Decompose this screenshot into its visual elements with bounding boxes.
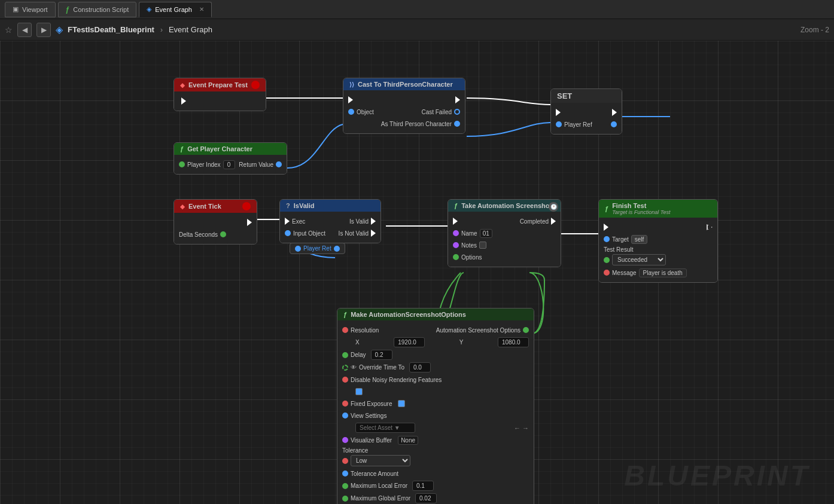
node-make-options[interactable]: ƒ Make AutomationScreenshotOptions Resol…: [337, 308, 534, 504]
tick-exec-row: [174, 216, 257, 228]
x-label: X: [355, 339, 360, 346]
fixed-exposure-row: Fixed Exposure: [337, 398, 534, 410]
player-index-row: Player Index 0 Return Value: [174, 158, 287, 170]
tab-viewport[interactable]: ▣ Viewport: [5, 2, 56, 17]
is-not-valid-pin: [371, 230, 376, 237]
event-tick-badge: [242, 202, 251, 210]
screenshot-exec-row: Completed: [448, 215, 561, 227]
finish-target-label: Target: [612, 236, 629, 243]
exec-out-pin-row: [174, 95, 266, 107]
max-local-error-input[interactable]: [412, 481, 434, 491]
node-cast-third-person[interactable]: ⟩⟩ Cast To ThirdPersonCharacter Object C…: [343, 78, 465, 134]
set-playerref-out: [611, 121, 617, 127]
exec-label: Exec: [292, 218, 305, 225]
set-exec-out: [612, 109, 617, 116]
event-tick-header: ◆ Event Tick: [174, 200, 257, 213]
fixed-exposure-pin: [342, 401, 348, 407]
tolerance-pin: [342, 458, 348, 464]
view-settings-row: View Settings: [337, 410, 534, 421]
finish-target-row: Target self: [599, 233, 717, 245]
back-button[interactable]: ◀: [17, 23, 32, 37]
test-result-select[interactable]: Succeeded Failed: [612, 254, 666, 265]
tolerance-select[interactable]: Low Medium High: [351, 455, 410, 466]
finish-target-pin: [604, 236, 610, 242]
node-get-player-character[interactable]: ƒ Get Player Character Player Index 0 Re…: [174, 142, 287, 175]
cast-failed-pin: [454, 109, 460, 115]
resolution-values-row: X Y: [337, 336, 534, 349]
event-prepare-test-title: Event Prepare Test: [188, 81, 248, 88]
disable-noisy-checkbox[interactable]: [355, 388, 363, 395]
cast-failed-label: Cast Failed: [421, 109, 452, 115]
screenshot-func-icon: ƒ: [454, 202, 458, 209]
automation-options-label: Automation Screenshot Options: [436, 327, 521, 334]
question-icon: ?: [286, 202, 290, 209]
exec-out-arrow: [181, 97, 186, 105]
node-event-tick[interactable]: ◆ Event Tick Delta Seconds: [174, 199, 257, 245]
delta-seconds-row: Delta Seconds: [174, 228, 257, 240]
delay-input[interactable]: [371, 350, 392, 360]
screenshot-exec-in: [453, 218, 458, 225]
override-time-row: 👁 Override Time To: [337, 361, 534, 374]
cast-exec-out: [455, 96, 460, 103]
player-ref-left-pin: [295, 246, 301, 252]
tick-exec-out: [247, 219, 252, 226]
cast-exec-in: [348, 96, 353, 103]
fixed-exposure-checkbox[interactable]: [398, 400, 405, 407]
visualize-buffer-pin: [342, 437, 348, 443]
zoom-level: Zoom - 2: [800, 26, 829, 34]
event-tick-body: Delta Seconds: [174, 213, 257, 244]
completed-label: Completed: [520, 218, 549, 225]
isvalid-title: IsValid: [294, 202, 315, 209]
star-button[interactable]: ☆: [5, 25, 13, 35]
isvalid-body: Exec Is Valid Input Object Is Not Valid: [280, 212, 381, 243]
make-options-header: ƒ Make AutomationScreenshotOptions: [337, 308, 534, 320]
event-prepare-test-body: [174, 91, 266, 111]
isvalid-input-row: Input Object Is Not Valid: [280, 227, 381, 239]
test-result-pin: [604, 257, 610, 263]
delay-label: Delay: [351, 352, 366, 358]
y-label: Y: [459, 339, 464, 346]
node-take-screenshot[interactable]: ƒ Take Automation Screenshot 🕐 Completed…: [448, 199, 561, 267]
cast-icon: ⟩⟩: [349, 81, 354, 88]
node-set[interactable]: SET Player Ref: [550, 88, 622, 135]
input-object-label: Input Object: [293, 230, 325, 237]
set-playerref-row: Player Ref: [551, 118, 622, 130]
return-value-label: Return Value: [239, 161, 273, 168]
tab-construction[interactable]: ƒ Construction Script: [58, 2, 137, 17]
resolution-label: Resolution: [351, 327, 379, 334]
tab-bar: ▣ Viewport ƒ Construction Script ◈ Event…: [0, 0, 834, 19]
delta-seconds-label: Delta Seconds: [179, 231, 218, 238]
delay-row: Delay: [337, 349, 534, 361]
cast-header: ⟩⟩ Cast To ThirdPersonCharacter: [343, 78, 465, 90]
tab-close-button[interactable]: ✕: [199, 6, 204, 13]
event-tick-icon: ◆: [180, 203, 185, 210]
set-title: SET: [557, 91, 572, 100]
breadcrumb-subtitle: Event Graph: [169, 25, 212, 34]
screenshot-name-row: Name 01: [448, 227, 561, 239]
player-index-label: Player Index: [187, 161, 221, 168]
max-local-error-row: Maximum Local Error: [337, 479, 534, 492]
finish-message-pin: [604, 270, 610, 276]
screenshot-notes-pin: [453, 242, 459, 248]
fixed-exposure-label: Fixed Exposure: [351, 401, 392, 407]
resolution-y-input[interactable]: [498, 337, 529, 347]
view-settings-input[interactable]: [355, 423, 415, 433]
get-player-body: Player Index 0 Return Value: [174, 155, 287, 174]
override-time-input[interactable]: [409, 362, 431, 372]
isvalid-exec-row: Exec Is Valid: [280, 215, 381, 227]
player-ref-node[interactable]: Player Ret: [290, 243, 345, 254]
tab-viewport-label: Viewport: [22, 6, 48, 13]
resolution-x-input[interactable]: [394, 337, 425, 347]
max-global-error-input[interactable]: [415, 493, 437, 503]
node-finish-test[interactable]: ƒ Finish Test Target is Functional Test …: [598, 199, 718, 283]
cast-body: Object Cast Failed As Third Person Chara…: [343, 90, 465, 133]
screenshot-title: Take Automation Screenshot: [461, 202, 552, 209]
screenshot-options-label: Options: [461, 254, 482, 261]
screenshot-name-label: Name: [461, 230, 477, 237]
tab-event-graph[interactable]: ◈ Event Graph ✕: [139, 2, 212, 17]
get-player-title: Get Player Character: [187, 145, 252, 152]
node-event-prepare-test[interactable]: ◆ Event Prepare Test: [174, 78, 266, 111]
node-is-valid[interactable]: ? IsValid Exec Is Valid Input Object: [279, 199, 381, 243]
forward-button[interactable]: ▶: [36, 23, 51, 37]
set-playerref-in: [556, 121, 562, 127]
